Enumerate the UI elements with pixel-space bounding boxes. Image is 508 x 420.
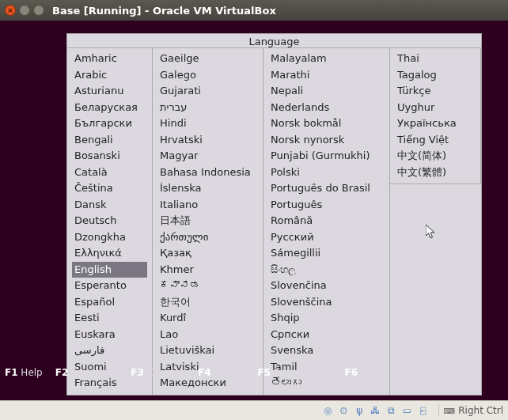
language-option[interactable]: Български [72,115,147,132]
fn-item-other-options[interactable]: F6 Other Options [345,367,428,378]
language-option[interactable]: Português [268,197,385,214]
language-option[interactable]: עברית [157,100,258,116]
fn-item-keymap[interactable]: F3 Keymap [131,367,185,378]
language-column: AmharicArabicAsturianuБеларускаяБългарск… [67,48,153,395]
statusbar: ◎⊙ψ🖧⧉▭⍇ ⌨ Right Ctrl [0,400,508,420]
language-option[interactable]: Uyghur [395,100,476,116]
language-option[interactable]: Čeština [72,180,147,197]
language-option[interactable]: 日本語 [157,213,258,229]
language-option[interactable]: Lietuviškai [157,342,258,359]
language-option[interactable]: Беларуская [72,100,147,116]
minimize-icon[interactable] [19,5,30,16]
language-column: GaeilgeGalegoGujaratiעבריתHindiHrvatskiM… [153,48,263,395]
status-icons: ◎⊙ψ🖧⧉▭⍇ [322,405,429,417]
language-option[interactable]: Ελληνικά [72,245,147,262]
fn-key: F5 [257,367,271,378]
fn-key: F2 [55,367,69,378]
language-option[interactable]: Català [72,165,147,181]
disk-icon[interactable]: ⊙ [338,405,350,417]
fn-key: F6 [345,367,358,378]
mouse-icon[interactable]: ⍇ [417,405,429,417]
fn-key: F1 [5,367,18,378]
language-option[interactable]: Íslenska [157,180,258,197]
window-controls: × [5,5,44,16]
language-option[interactable]: 中文(繁體) [395,165,476,181]
language-option[interactable]: Deutsch [72,213,147,229]
language-option[interactable]: Sámegillii [268,245,385,262]
fn-item-accessibility[interactable]: F5 Accessibility [257,367,332,378]
language-option[interactable]: ქართული [157,229,258,246]
language-option[interactable]: Nepali [268,83,385,100]
language-option[interactable]: English [72,262,147,278]
language-option[interactable]: Eesti [72,310,147,327]
language-option[interactable]: Galego [157,67,258,84]
language-option[interactable]: Khmer [157,262,258,278]
language-option[interactable]: Hrvatski [157,132,258,149]
close-icon[interactable]: × [5,5,16,16]
language-option[interactable]: Gujarati [157,83,258,100]
language-option[interactable]: 中文(简体) [395,148,476,165]
language-option[interactable]: Euskara [72,327,147,343]
language-option[interactable]: Gaeilge [157,51,258,67]
language-option[interactable]: Hindi [157,115,258,132]
language-option[interactable]: Italiano [157,197,258,214]
language-option[interactable]: Magyar [157,148,258,165]
language-option[interactable]: Esperanto [72,278,147,294]
language-selector: Language AmharicArabicAsturianuБеларуска… [66,33,482,395]
language-option[interactable]: Shqip [268,310,385,327]
language-option[interactable]: Norsk nynorsk [268,132,385,149]
language-option[interactable]: Dzongkha [72,229,147,246]
language-option[interactable]: 한국어 [157,294,258,311]
language-option[interactable]: Português do Brasil [268,180,385,197]
fn-item-modes[interactable]: F4 Modes [198,367,245,378]
language-option[interactable]: Asturianu [72,83,147,100]
language-option[interactable]: Српски [268,327,385,343]
language-option[interactable]: Amharic [72,51,147,67]
language-option[interactable]: Bengali [72,132,147,149]
language-column: ThaiTagalogTürkçeUyghurУкраїнськаTiếng V… [390,48,481,184]
share-icon[interactable]: ⧉ [385,405,397,417]
window-title: Base [Running] - Oracle VM VirtualBox [52,5,276,17]
language-option[interactable]: Malayalam [268,51,385,67]
maximize-icon[interactable] [33,5,44,16]
usb-icon[interactable]: ψ [354,405,366,417]
language-option[interactable]: Türkçe [395,83,476,100]
language-option[interactable]: Kurdî [157,310,258,327]
language-option[interactable]: Dansk [72,197,147,214]
language-option[interactable]: Română [268,213,385,229]
host-key-indicator: ⌨ Right Ctrl [444,405,503,416]
language-option[interactable]: Norsk bokmål [268,115,385,132]
language-option[interactable]: Nederlands [268,100,385,116]
language-option[interactable]: ಕನ್ನಡ [157,278,258,294]
language-columns: AmharicArabicAsturianuБеларускаяБългарск… [67,47,481,395]
language-option[interactable]: සිංහල [268,262,385,278]
language-option[interactable]: Tiếng Việt [395,132,476,149]
language-option[interactable]: Thai [395,51,476,67]
language-option[interactable]: Polski [268,165,385,181]
fn-item-language[interactable]: F2 Language [55,367,119,378]
function-key-bar: F1 HelpF2 LanguageF3 KeymapF4 ModesF5 Ac… [0,365,508,380]
language-option[interactable]: Español [72,294,147,311]
fn-item-help[interactable]: F1 Help [5,367,43,378]
display-icon[interactable]: ▭ [401,405,413,417]
language-option[interactable]: Lao [157,327,258,343]
language-option[interactable]: Українська [395,115,476,132]
language-option[interactable]: Marathi [268,67,385,84]
language-option[interactable]: Slovenčina [268,278,385,294]
language-option[interactable]: Svenska [268,342,385,359]
language-option[interactable]: Tagalog [395,67,476,84]
language-option[interactable]: Қазақ [157,245,258,262]
net-icon[interactable]: 🖧 [370,405,381,417]
language-column: MalayalamMarathiNepaliNederlandsNorsk bo… [263,48,390,395]
language-option[interactable]: Punjabi (Gurmukhi) [268,148,385,165]
language-option[interactable]: Bosanski [72,148,147,165]
vm-display: Language AmharicArabicAsturianuБеларуска… [0,21,508,400]
language-option[interactable]: Slovenščina [268,294,385,311]
language-option[interactable]: Русский [268,229,385,246]
host-key-label: Right Ctrl [458,405,503,416]
language-option[interactable]: فارسی [72,342,147,359]
language-header: Language [67,34,481,47]
language-option[interactable]: Arabic [72,67,147,84]
language-option[interactable]: Bahasa Indonesia [157,165,258,181]
disc-icon[interactable]: ◎ [322,405,334,417]
